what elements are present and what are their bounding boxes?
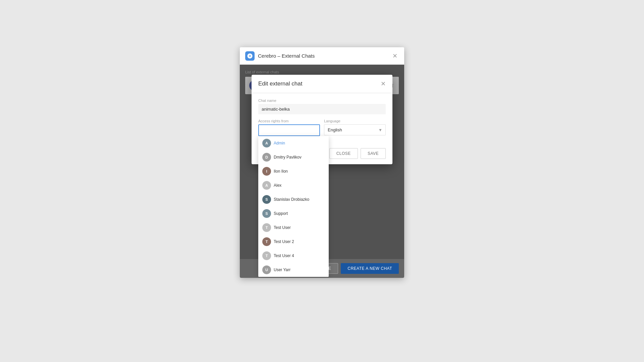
edit-dialog-body: Chat name Access rights from AAdminDDmit… [252, 93, 392, 148]
two-col-row: Access rights from AAdminDDmitry Pavliko… [258, 119, 386, 136]
language-select[interactable]: EnglishRussianFrenchGerman [324, 124, 386, 135]
avatar: T [262, 251, 271, 260]
dropdown-item-name: Support [274, 211, 288, 216]
avatar: S [262, 209, 271, 218]
list-item[interactable]: IIlon Ilon [258, 164, 329, 178]
save-button[interactable]: SAVE [361, 148, 386, 159]
list-item[interactable]: SSupport [258, 206, 329, 221]
access-rights-dropdown: AAdminDDmitry PavlikovIIlon IlonAAlexSSt… [258, 136, 329, 277]
dropdown-item-name: Admin [274, 141, 285, 145]
cerebro-logo [245, 51, 255, 60]
list-item[interactable]: SStanislav Drobiazko [258, 192, 329, 206]
list-item[interactable]: TTest User [258, 221, 329, 235]
chat-name-input[interactable] [258, 104, 386, 114]
dropdown-item-name: Alex [274, 183, 281, 188]
avatar: I [262, 167, 271, 176]
language-col: Language EnglishRussianFrenchGerman ▼ [324, 119, 386, 136]
language-select-wrapper: EnglishRussianFrenchGerman ▼ [324, 124, 386, 135]
close-edit-button[interactable]: CLOSE [329, 148, 358, 159]
list-item[interactable]: UUser Yarr [258, 263, 329, 277]
avatar: A [262, 139, 271, 147]
edit-dialog-title: Edit external chat [258, 80, 302, 87]
avatar: U [262, 265, 271, 274]
dropdown-item-name: Test User [274, 225, 291, 230]
list-item[interactable]: AAdmin [258, 136, 329, 150]
outer-dialog-body: List of external chats ⊞ animatic-belka … [240, 65, 404, 259]
avatar: S [262, 195, 271, 204]
edit-dialog-overlay: Edit external chat ✕ Chat name Access ri… [240, 65, 404, 259]
edit-dialog-header: Edit external chat ✕ [252, 75, 392, 93]
dropdown-item-name: Test User 2 [274, 239, 294, 244]
avatar: D [262, 153, 271, 162]
outer-dialog-close-button[interactable]: ✕ [391, 51, 399, 60]
access-rights-label: Access rights from [258, 119, 320, 123]
access-rights-col: Access rights from AAdminDDmitry Pavliko… [258, 119, 320, 136]
list-item[interactable]: DDmitry Pavlikov [258, 150, 329, 164]
dropdown-item-name: Dmitry Pavlikov [274, 155, 302, 160]
list-item[interactable]: TTest User 2 [258, 235, 329, 249]
outer-dialog-title: Cerebro – External Chats [258, 53, 391, 59]
dropdown-item-name: Ilon Ilon [274, 169, 288, 174]
dropdown-item-name: Stanislav Drobiazko [274, 197, 309, 202]
edit-dialog-close-button[interactable]: ✕ [381, 80, 386, 87]
dropdown-item-name: User Yarr [274, 267, 290, 272]
avatar: A [262, 181, 271, 190]
list-item[interactable]: TTest User 4 [258, 249, 329, 263]
chat-name-label: Chat name [258, 99, 386, 103]
create-new-chat-button[interactable]: CREATE A NEW CHAT [341, 263, 399, 274]
language-label: Language [324, 119, 386, 123]
dropdown-item-name: Test User 4 [274, 253, 294, 258]
list-item[interactable]: AAlex [258, 178, 329, 192]
edit-external-chat-dialog: Edit external chat ✕ Chat name Access ri… [252, 75, 392, 164]
avatar: T [262, 223, 271, 232]
outer-dialog-header: Cerebro – External Chats ✕ [240, 47, 404, 65]
avatar: T [262, 237, 271, 246]
external-chats-dialog: Cerebro – External Chats ✕ List of exter… [240, 47, 404, 278]
access-rights-input[interactable] [258, 124, 320, 136]
